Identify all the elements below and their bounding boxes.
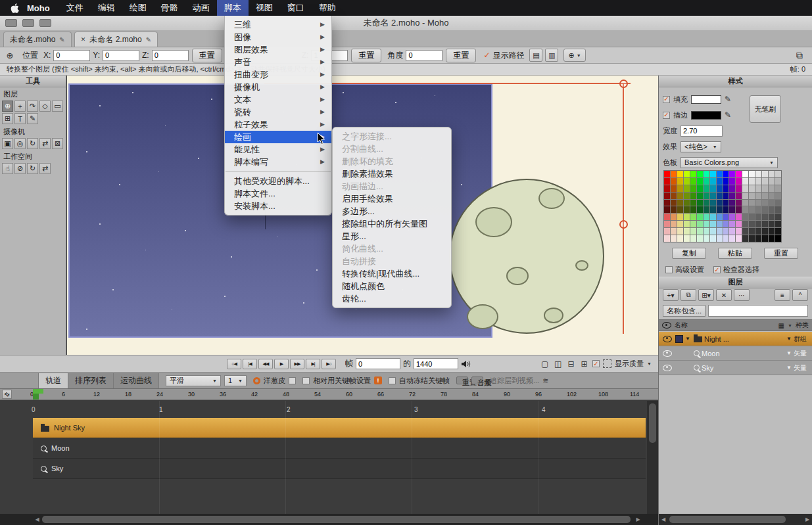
palette-swatch[interactable] <box>729 178 735 185</box>
script-menu-item[interactable]: 其他受欢迎的脚本... ▶ <box>225 175 331 187</box>
jump-start-button[interactable]: ○◀ <box>227 359 241 369</box>
draw-submenu-item[interactable]: 动画描边... <box>333 180 451 193</box>
timeline-tab[interactable]: 排序列表 <box>68 373 114 388</box>
layer-color-swatch[interactable] <box>675 364 683 372</box>
palette-swatch[interactable] <box>769 200 775 206</box>
palette-swatch[interactable] <box>664 185 670 192</box>
palette-swatch[interactable] <box>671 200 677 206</box>
prev-keyframe-button[interactable]: |◀ <box>243 359 257 369</box>
sort-arrow-icon[interactable]: ▼ <box>788 323 792 328</box>
palette-swatch[interactable] <box>704 185 709 192</box>
menubar-item[interactable]: 骨骼 <box>154 0 185 16</box>
palette-swatch[interactable] <box>762 221 768 227</box>
reset-audio-button[interactable]: 重置音频 <box>456 377 468 384</box>
palette-swatch[interactable] <box>762 206 768 213</box>
palette-swatch[interactable] <box>723 193 729 199</box>
fill-checkbox[interactable]: ✓ <box>663 96 670 103</box>
palette-swatch[interactable] <box>723 178 729 185</box>
palette-swatch[interactable] <box>736 214 742 220</box>
end-frame-input[interactable] <box>414 358 458 369</box>
reset-scale-button[interactable]: 重置 <box>351 49 381 62</box>
draw-submenu-item[interactable]: 启用手绘效果 <box>333 193 451 205</box>
volume-button[interactable]: 音量 <box>471 377 483 384</box>
fill-eyedropper-icon[interactable]: ✎ <box>725 95 731 104</box>
draw-submenu-item[interactable]: 删除素描效果 <box>333 168 451 180</box>
palette-swatch[interactable] <box>664 200 670 206</box>
name-contains-dropdown[interactable]: 名称包含... <box>663 305 705 317</box>
timeline-body[interactable]: 0 1 2 3 4 Night Sky <box>0 401 658 514</box>
palette-swatch[interactable] <box>684 206 690 213</box>
palette-swatch[interactable] <box>749 185 755 192</box>
selection-handle[interactable] <box>619 220 628 229</box>
palette-swatch[interactable] <box>717 214 723 220</box>
playhead-marker[interactable] <box>33 389 43 394</box>
inspector-select-checkbox[interactable]: ✓ 检查器选择 <box>713 265 759 275</box>
pan-workspace-tool[interactable]: ☝ <box>2 163 13 174</box>
palette-swatch[interactable] <box>684 221 690 227</box>
script-menu-item[interactable]: 安装脚本... ▶ <box>225 200 331 212</box>
palette-swatch[interactable] <box>717 206 723 213</box>
palette-swatch[interactable] <box>769 185 775 192</box>
palette-swatch[interactable] <box>704 178 709 185</box>
palette-swatch[interactable] <box>677 193 683 199</box>
palette-swatch[interactable] <box>704 214 709 220</box>
palette-swatch[interactable] <box>755 185 761 192</box>
bind-points-tool[interactable]: ⊞ <box>2 113 13 124</box>
palette-swatch[interactable] <box>717 221 723 227</box>
palette-swatch[interactable] <box>677 185 683 192</box>
palette-swatch[interactable] <box>775 235 781 242</box>
stroke-eyedropper-icon[interactable]: ✎ <box>725 110 731 120</box>
palette-swatch[interactable] <box>729 214 735 220</box>
draw-submenu-item[interactable]: 齿轮... <box>333 292 451 305</box>
disclosure-triangle[interactable]: ▼ <box>685 336 692 342</box>
menubar-item[interactable]: 绘图 <box>122 0 154 16</box>
palette-swatch[interactable] <box>775 200 781 206</box>
position-z-input[interactable] <box>152 50 189 61</box>
layer-row[interactable]: ▼ Sky ▼ 矢量 <box>659 361 812 375</box>
palette-swatch[interactable] <box>677 171 683 177</box>
draw-shape-tool[interactable]: ▭ <box>52 101 63 112</box>
palette-swatch[interactable] <box>671 214 677 220</box>
four-view-icon[interactable]: ⊞ <box>579 359 589 369</box>
palette-swatch[interactable] <box>762 200 768 206</box>
scrollbar-thumb[interactable] <box>649 403 656 443</box>
palette-swatch[interactable] <box>755 235 761 242</box>
timeline-horizontal-scrollbar[interactable]: ◀ ▶ <box>0 514 658 525</box>
palette-swatch[interactable] <box>710 193 716 199</box>
palette-swatch[interactable] <box>697 228 703 235</box>
draw-submenu-item[interactable]: 转换传统|现代曲线... <box>333 267 451 280</box>
draw-submenu-item[interactable]: 随机点颜色 <box>333 280 451 292</box>
timeline-track-row[interactable]: Sky <box>33 459 646 479</box>
layer-visibility-toggle[interactable] <box>661 336 673 342</box>
menubar-item[interactable]: 窗口 <box>280 0 312 16</box>
freehand-tool[interactable]: ✎ <box>27 113 38 124</box>
palette-swatch[interactable] <box>717 235 723 242</box>
palette-swatch[interactable] <box>671 228 677 235</box>
transform-layer-tool[interactable]: ⊕ <box>2 101 13 112</box>
close-tab-icon[interactable]: ✕ <box>81 36 86 43</box>
document-tab[interactable]: ✕ 未命名 2.moho ✎ <box>74 32 158 47</box>
palette-swatch[interactable] <box>717 178 723 185</box>
script-menu-item[interactable]: 脚本编写 ▶ <box>225 156 331 168</box>
palette-swatch[interactable] <box>742 171 748 177</box>
swatches-dropdown[interactable]: Basic Colors.png ▼ <box>681 157 778 168</box>
palette-swatch[interactable] <box>697 185 703 192</box>
text-tool[interactable]: T <box>14 113 26 124</box>
palette-swatch[interactable] <box>684 171 690 177</box>
playhead-marker[interactable] <box>33 394 39 400</box>
show-path-checkbox[interactable]: ✓ 显示路径 <box>483 50 524 61</box>
apple-menu[interactable] <box>11 3 19 13</box>
script-menu-item[interactable]: 图像 ▶ <box>225 31 331 43</box>
step-dropdown[interactable]: 1 ▼ <box>224 375 247 386</box>
palette-swatch[interactable] <box>664 193 670 199</box>
draw-submenu-item[interactable]: 分割曲线... <box>333 143 451 155</box>
camera-roll-tool[interactable]: ↻ <box>27 138 38 149</box>
palette-swatch[interactable] <box>684 185 690 192</box>
palette-swatch[interactable] <box>664 228 670 235</box>
palette-swatch[interactable] <box>775 228 781 235</box>
palette-swatch[interactable] <box>684 235 690 242</box>
position-y-input[interactable] <box>103 50 139 61</box>
palette-swatch[interactable] <box>704 171 709 177</box>
three-view-icon[interactable]: ⊟ <box>566 359 576 369</box>
palette-swatch[interactable] <box>684 178 690 185</box>
